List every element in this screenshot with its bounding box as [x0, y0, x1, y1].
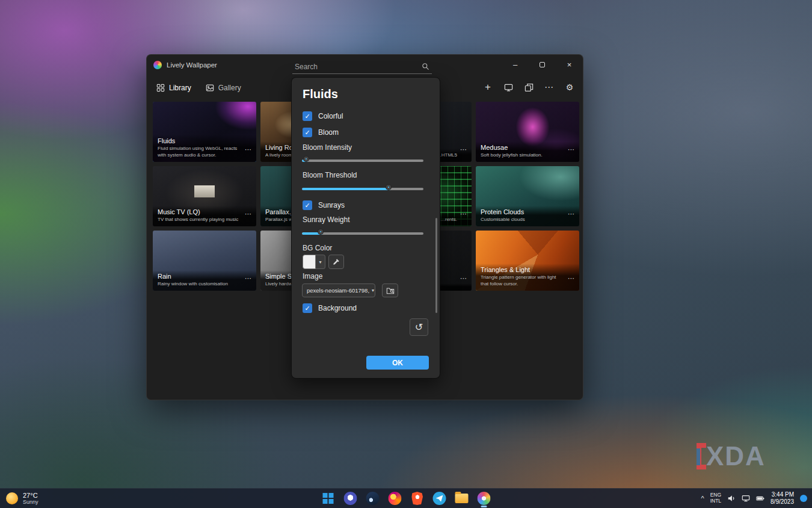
window-title: Lively Wallpaper [167, 61, 217, 69]
open-app-indicator [481, 506, 487, 507]
settings-button[interactable]: ⚙ [561, 79, 578, 96]
bloom-threshold-slider[interactable] [302, 184, 423, 194]
clock[interactable]: 3:44 PM 8/9/2023 [770, 491, 794, 506]
color-swatch[interactable] [303, 255, 316, 269]
tile-medusae[interactable]: Medusae Soft body jellyfish simulation. … [476, 102, 579, 162]
tile-overlay: Triangles & Light Triangle pattern gener… [476, 264, 579, 291]
bloom-intensity-slider[interactable] [302, 156, 423, 166]
image-select[interactable]: pexels-neosiam-601798, ▾ [302, 283, 375, 297]
tile-description: Triangle pattern generator with light th… [481, 274, 574, 287]
minimize-button[interactable]: – [502, 55, 529, 75]
bloom-checkbox[interactable]: ✓ Bloom [303, 127, 339, 138]
desktop-wallpaper: XDA Lively Wallpaper – × Library Gallery [0, 0, 812, 508]
lively-taskbar-button[interactable] [475, 489, 493, 507]
bloom-intensity-label: Bloom Intensity [303, 143, 352, 152]
weather-widget[interactable]: 27°C Sunny [6, 489, 38, 508]
tile-more-button[interactable]: ⋯ [568, 274, 575, 282]
tile-protein-clouds[interactable]: Protein Clouds Customisable clouds ⋯ [476, 166, 579, 226]
add-wallpaper-button[interactable]: + [479, 79, 496, 96]
search-box[interactable] [292, 60, 432, 74]
panels-icon [524, 83, 534, 92]
xda-logo-text: XDA [706, 441, 766, 471]
clock-time: 3:44 PM [770, 491, 794, 499]
maximize-button[interactable] [529, 55, 556, 75]
tab-library-label: Library [169, 84, 191, 92]
language-indicator[interactable]: ENG INTL [710, 492, 721, 504]
tile-more-button[interactable]: ⋯ [568, 210, 575, 218]
tile-more-button[interactable]: ⋯ [245, 274, 252, 282]
tile-description: Fluid simulation using WebGL, reacts wit… [158, 146, 251, 158]
brave-button[interactable] [408, 489, 426, 507]
tile-more-button[interactable]: ⋯ [460, 210, 467, 218]
view-tabs: Library Gallery [156, 80, 241, 96]
tile-more-button[interactable]: ⋯ [460, 146, 467, 153]
chevron-down-icon: ▾ [319, 259, 321, 265]
tile-music-tv[interactable]: Music TV (LQ) TV that shows currently pl… [153, 166, 256, 226]
lively-icon [478, 492, 491, 505]
firefox-button[interactable] [386, 489, 404, 507]
bg-color-picker[interactable]: ▾ [303, 255, 325, 269]
language-line2: INTL [710, 498, 721, 504]
tile-more-button[interactable]: ⋯ [245, 146, 252, 153]
eyedropper-button[interactable] [328, 255, 344, 269]
sunray-weight-label: Sunray Weight [303, 215, 350, 224]
customize-flyout: Fluids ✓ Colorful ✓ Bloom Bloom Intensit… [291, 77, 440, 379]
active-wallpapers-button[interactable] [520, 79, 537, 96]
tile-overlay: Music TV (LQ) TV that shows currently pl… [153, 206, 256, 226]
tile-more-button[interactable]: ⋯ [245, 210, 252, 218]
network-icon[interactable] [742, 494, 750, 503]
steam-button[interactable] [364, 489, 382, 507]
tile-title: Rain [158, 273, 251, 280]
tile-description: Rainy window with customisation [158, 281, 251, 287]
tray-overflow-button[interactable]: ^ [701, 495, 704, 502]
file-explorer-button[interactable] [453, 489, 471, 507]
flyout-title: Fluids [303, 87, 338, 101]
tile-triangles-light[interactable]: Triangles & Light Triangle pattern gener… [476, 231, 579, 291]
toolbar: + ⋯ ⚙ [479, 79, 578, 96]
background-checkbox[interactable]: ✓ Background [303, 303, 357, 314]
maximize-icon [540, 62, 545, 67]
checkbox-label: Background [318, 304, 357, 312]
search-input[interactable] [292, 63, 422, 71]
checkbox-label: Bloom [318, 128, 339, 137]
tile-overlay: Rain Rainy window with customisation [153, 270, 256, 291]
window-controls: – × [502, 55, 583, 75]
battery-icon[interactable] [756, 494, 764, 503]
lively-wallpaper-window: Lively Wallpaper – × Library Gallery + [146, 54, 583, 400]
ok-button[interactable]: OK [366, 356, 429, 370]
teams-button[interactable] [342, 489, 360, 507]
restore-defaults-button[interactable]: ↺ [410, 318, 428, 336]
tab-gallery[interactable]: Gallery [206, 84, 241, 92]
tile-fluids[interactable]: Fluids Fluid simulation using WebGL, rea… [153, 102, 256, 162]
teams-icon [344, 492, 357, 505]
display-select-button[interactable] [500, 79, 517, 96]
taskbar-center-icons [319, 489, 493, 508]
color-dropdown-button[interactable]: ▾ [316, 255, 325, 269]
browse-image-button[interactable] [382, 283, 398, 297]
tile-more-button[interactable]: ⋯ [460, 274, 467, 282]
tile-overlay: Medusae Soft body jellyfish simulation. [476, 141, 579, 162]
tab-library[interactable]: Library [156, 84, 191, 92]
checkbox-label: Sunrays [318, 201, 345, 209]
sunray-weight-slider[interactable] [302, 229, 423, 238]
checkbox-checked-icon: ✓ [303, 200, 312, 210]
more-options-button[interactable]: ⋯ [541, 79, 558, 96]
colorful-checkbox[interactable]: ✓ Colorful [303, 111, 343, 122]
reset-icon: ↺ [415, 321, 423, 333]
flyout-scrollbar[interactable] [435, 218, 437, 313]
notification-badge[interactable] [800, 495, 807, 502]
bg-color-label: BG Color [303, 244, 332, 252]
weather-condition: Sunny [23, 499, 38, 505]
file-explorer-icon [455, 494, 469, 503]
telegram-button[interactable] [431, 489, 449, 507]
close-button[interactable]: × [556, 55, 583, 75]
tile-rain[interactable]: Rain Rainy window with customisation ⋯ [153, 231, 256, 291]
volume-icon[interactable] [727, 494, 736, 503]
sunrays-checkbox[interactable]: ✓ Sunrays [303, 200, 345, 211]
checkbox-checked-icon: ✓ [303, 303, 312, 313]
tile-more-button[interactable]: ⋯ [568, 146, 575, 153]
tile-description: Soft body jellyfish simulation. [481, 152, 574, 158]
start-button[interactable] [319, 489, 337, 507]
firefox-icon [389, 492, 402, 505]
chevron-down-icon: ▾ [372, 288, 374, 293]
